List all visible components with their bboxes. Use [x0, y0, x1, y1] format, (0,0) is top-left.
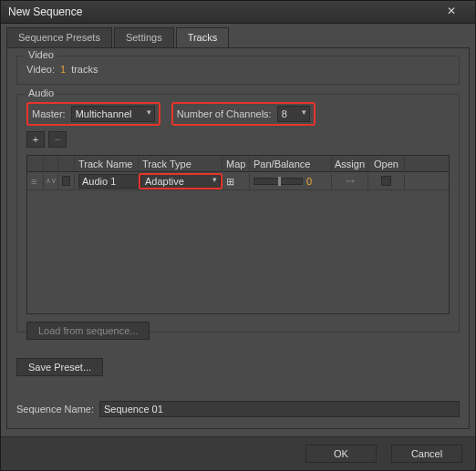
- save-preset-button[interactable]: Save Preset...: [16, 358, 103, 376]
- close-button[interactable]: ✕: [433, 3, 470, 19]
- load-from-sequence-button[interactable]: Load from sequence...: [26, 322, 150, 340]
- row-map[interactable]: [222, 173, 250, 189]
- sequence-name-input[interactable]: [99, 401, 460, 417]
- tracks-panel: Video Video: 1 tracks Audio Master: Mult…: [6, 47, 470, 429]
- tab-sequence-presets[interactable]: Sequence Presets: [6, 27, 112, 47]
- tab-settings[interactable]: Settings: [114, 27, 174, 47]
- pan-slider[interactable]: 0: [254, 176, 312, 187]
- master-highlight: Master: Multichannel: [26, 102, 160, 126]
- row-track-name: [75, 173, 139, 189]
- row-reorder[interactable]: ∧∨: [44, 173, 58, 189]
- col-handle: [27, 156, 44, 172]
- sequence-name-row: Sequence Name:: [16, 397, 460, 421]
- channels-select[interactable]: 8: [277, 106, 310, 122]
- video-tracks-suffix: tracks: [71, 64, 98, 75]
- col-reorder: [44, 156, 58, 172]
- col-check: [58, 156, 75, 172]
- row-open[interactable]: [368, 173, 405, 189]
- video-label: Video:: [26, 64, 55, 75]
- new-sequence-dialog: New Sequence ✕ Sequence Presets Settings…: [0, 0, 476, 471]
- col-track-type: Track Type: [139, 156, 222, 172]
- col-open: Open: [368, 156, 405, 172]
- row-assign[interactable]: ⊶: [332, 173, 368, 189]
- map-icon: [226, 176, 239, 187]
- track-table-header: Track Name Track Type Map Pan/Balance As…: [27, 156, 449, 172]
- channels-highlight: Number of Channels: 8: [171, 102, 316, 126]
- master-label: Master:: [32, 108, 66, 119]
- remove-track-button: −: [48, 131, 67, 148]
- open-checkbox: [381, 176, 391, 186]
- checkbox-icon: [62, 176, 70, 186]
- tab-tracks[interactable]: Tracks: [176, 27, 230, 47]
- video-group: Video Video: 1 tracks: [16, 56, 460, 85]
- audio-group-title: Audio: [25, 87, 57, 98]
- master-select[interactable]: Multichannel: [71, 106, 155, 122]
- window-title: New Sequence: [8, 5, 82, 18]
- col-map: Map: [222, 156, 250, 172]
- dialog-body: Sequence Presets Settings Tracks Video V…: [1, 24, 475, 436]
- row-pan[interactable]: 0: [250, 173, 332, 189]
- sequence-name-label: Sequence Name:: [16, 404, 94, 415]
- video-group-title: Video: [25, 49, 57, 60]
- row-check[interactable]: [58, 173, 75, 189]
- track-table: Track Name Track Type Map Pan/Balance As…: [26, 155, 450, 314]
- track-type-select[interactable]: Adaptive: [140, 173, 221, 189]
- channels-label: Number of Channels:: [177, 108, 272, 119]
- track-name-input[interactable]: [78, 174, 139, 189]
- titlebar[interactable]: New Sequence ✕: [1, 1, 475, 24]
- pan-value: 0: [306, 176, 312, 187]
- tab-bar: Sequence Presets Settings Tracks: [6, 27, 470, 47]
- video-track-count[interactable]: 1: [60, 64, 66, 75]
- assign-icon: ⊶: [346, 176, 355, 186]
- col-assign: Assign: [332, 156, 368, 172]
- col-pan: Pan/Balance: [250, 156, 332, 172]
- ok-button[interactable]: OK: [305, 445, 377, 463]
- col-track-name: Track Name: [75, 156, 139, 172]
- pan-thumb: [278, 177, 281, 186]
- cancel-button[interactable]: Cancel: [391, 445, 462, 463]
- track-type-highlight: Adaptive: [139, 173, 222, 189]
- dialog-footer: OK Cancel: [1, 436, 475, 470]
- pan-track: [254, 178, 303, 185]
- table-row: ≡ ∧∨ Adaptive: [27, 172, 449, 190]
- row-handle[interactable]: ≡: [27, 173, 44, 189]
- add-track-button[interactable]: +: [26, 131, 45, 148]
- audio-group: Audio Master: Multichannel Number of Cha…: [16, 94, 460, 333]
